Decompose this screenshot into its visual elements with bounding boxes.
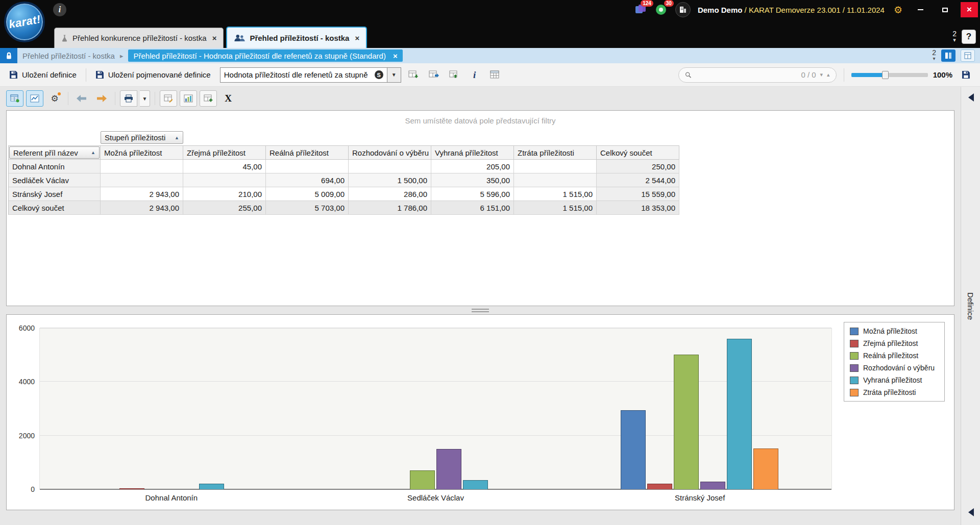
chart-bar[interactable]	[700, 482, 725, 489]
pivot-cell[interactable]: 2 544,00	[597, 173, 679, 187]
info-icon[interactable]: i	[53, 3, 66, 16]
lock-button[interactable]	[0, 48, 17, 63]
pivot-cell[interactable]: 205,00	[431, 160, 514, 173]
pivot-cell[interactable]: 286,00	[349, 187, 431, 201]
pivot-row-header[interactable]: Stránský Josef	[9, 187, 101, 201]
breadcrumb-current[interactable]: Přehled příležitostí - Hodnota příležito…	[128, 49, 402, 62]
breadcrumb-counter[interactable]: 2 ▾	[932, 50, 936, 61]
pivot-cell[interactable]	[349, 160, 431, 173]
pivot-column-header[interactable]: Zřejmá příležitost	[183, 146, 266, 160]
pivot-cell[interactable]: 2 943,00	[101, 187, 183, 201]
pivot-cell[interactable]: 350,00	[431, 173, 514, 187]
messages-icon[interactable]: 30	[655, 4, 668, 16]
zoom-slider-handle[interactable]	[882, 71, 889, 79]
pivot-cell[interactable]: 210,00	[183, 187, 266, 201]
print-button[interactable]	[120, 90, 137, 107]
pivot-column-header[interactable]: Rozhodování o výběru	[349, 146, 431, 160]
chart-bar[interactable]	[674, 355, 699, 489]
chart-wizard-button[interactable]	[180, 90, 197, 107]
show-chart-toggle[interactable]	[26, 90, 43, 107]
settings-gear-icon[interactable]: ⚙	[892, 4, 904, 16]
pivot-cell[interactable]: 1 515,00	[514, 187, 597, 201]
definition-combobox[interactable]: Hodnota příležitostí dle refenetů za stu…	[220, 67, 401, 83]
pivot-filter-dropzone[interactable]: Sem umístěte datová pole představující f…	[7, 111, 954, 130]
pivot-cell[interactable]	[514, 160, 597, 173]
search-next-icon[interactable]: ▾	[820, 71, 823, 78]
tab-opportunities-overview[interactable]: Přehled příležitostí - kostka ×	[226, 27, 367, 48]
breadcrumb-close-icon[interactable]: ×	[393, 52, 398, 60]
save-layout-button[interactable]	[958, 67, 974, 83]
pivot-cell[interactable]: 15 559,00	[597, 187, 679, 201]
definition-combobox-dropdown[interactable]: ▼	[387, 67, 401, 83]
definition-panel-button[interactable]	[961, 49, 975, 62]
pivot-cell[interactable]	[266, 160, 349, 173]
search-input[interactable]	[695, 70, 797, 79]
chart-bar[interactable]	[199, 484, 224, 489]
minimize-button[interactable]	[912, 2, 929, 17]
pivot-column-header[interactable]: Celkový součet	[597, 146, 679, 160]
search-prev-icon[interactable]: ▴	[827, 71, 830, 78]
pivot-column-header[interactable]: Reálná příležitost	[266, 146, 349, 160]
maximize-button[interactable]	[936, 2, 953, 17]
collapse-panel-bottom-button[interactable]	[967, 508, 974, 519]
pivot-column-header[interactable]: Vyhraná příležitost	[431, 146, 514, 160]
chart-bar[interactable]	[119, 488, 144, 489]
pivot-cell[interactable]: 5 596,00	[431, 187, 514, 201]
search-box[interactable]: 0 / 0 ▾ ▴	[678, 67, 837, 83]
company-icon[interactable]	[675, 2, 691, 17]
updates-icon[interactable]: 124	[634, 4, 648, 16]
pivot-cell[interactable]: 1 500,00	[349, 173, 431, 187]
pivot-cell[interactable]: 5 009,00	[266, 187, 349, 201]
tab-counter[interactable]: 2 ▾	[952, 31, 957, 43]
forward-button[interactable]	[93, 90, 110, 107]
zoom-slider[interactable]	[851, 73, 928, 77]
info-button[interactable]: i	[467, 67, 483, 83]
pivot-cell[interactable]	[101, 160, 183, 173]
collapse-panel-top-button[interactable]	[967, 93, 974, 104]
pivot-cell[interactable]: 45,00	[183, 160, 266, 173]
export-definition-button[interactable]	[426, 67, 442, 83]
view-settings-button[interactable]: ⚙	[46, 90, 63, 107]
pivot-cell[interactable]	[514, 173, 597, 187]
pivot-cell[interactable]	[183, 173, 266, 187]
save-definition-button[interactable]: Uložení definice	[6, 68, 80, 82]
pivot-cell[interactable]: 6 151,00	[431, 201, 514, 215]
import-definition-button[interactable]	[405, 67, 422, 83]
breadcrumb-root[interactable]: Přehled příležitostí - kostka	[22, 52, 115, 60]
tab-competition-overview[interactable]: Přehled konkurence příležitostí - kostka…	[54, 28, 224, 48]
add-view-button[interactable]	[200, 90, 217, 107]
pivot-column-header[interactable]: Ztráta příležitosti	[514, 146, 597, 160]
pivot-column-header[interactable]: Možná příležitost	[101, 146, 183, 160]
tab-close-icon[interactable]: ×	[355, 34, 359, 42]
panel-splitter[interactable]	[6, 306, 954, 314]
chart-bar[interactable]	[410, 470, 435, 489]
help-button[interactable]: ?	[962, 30, 976, 44]
chart-bar[interactable]	[621, 410, 646, 489]
show-table-toggle[interactable]	[6, 90, 23, 107]
print-dropdown[interactable]: ▼	[140, 90, 150, 107]
karat-logo[interactable]: karat!	[4, 2, 45, 42]
data-source-button[interactable]	[487, 67, 503, 83]
chart-bar[interactable]	[727, 339, 752, 489]
pivot-cell[interactable]: 694,00	[266, 173, 349, 187]
excel-export-button[interactable]: X	[219, 90, 237, 107]
field-list-button[interactable]	[160, 90, 177, 107]
pivot-cell[interactable]: 1 786,00	[349, 201, 431, 215]
pivot-cell[interactable]: 2 943,00	[101, 201, 183, 215]
upload-definition-button[interactable]	[446, 67, 462, 83]
pivot-cell[interactable]: 1 515,00	[514, 201, 597, 215]
row-field-button[interactable]: Referent příl název▲	[9, 146, 100, 159]
definition-rail-label[interactable]: Definice	[966, 292, 975, 319]
pivot-cell[interactable]	[101, 173, 183, 187]
pivot-row-header[interactable]: Dohnal Antonín	[9, 160, 101, 173]
pivot-cell[interactable]: 18 353,00	[597, 201, 679, 215]
back-button[interactable]	[73, 90, 90, 107]
chart-bar[interactable]	[463, 480, 488, 489]
pivot-cell[interactable]: 255,00	[183, 201, 266, 215]
pivot-cell[interactable]: 5 703,00	[266, 201, 349, 215]
panel-layout-button[interactable]	[941, 49, 955, 62]
chart-bar[interactable]	[647, 484, 672, 489]
chart-bar[interactable]	[753, 448, 778, 489]
pivot-row-header[interactable]: Celkový součet	[9, 201, 101, 215]
pivot-row-header[interactable]: Sedláček Václav	[9, 173, 101, 187]
